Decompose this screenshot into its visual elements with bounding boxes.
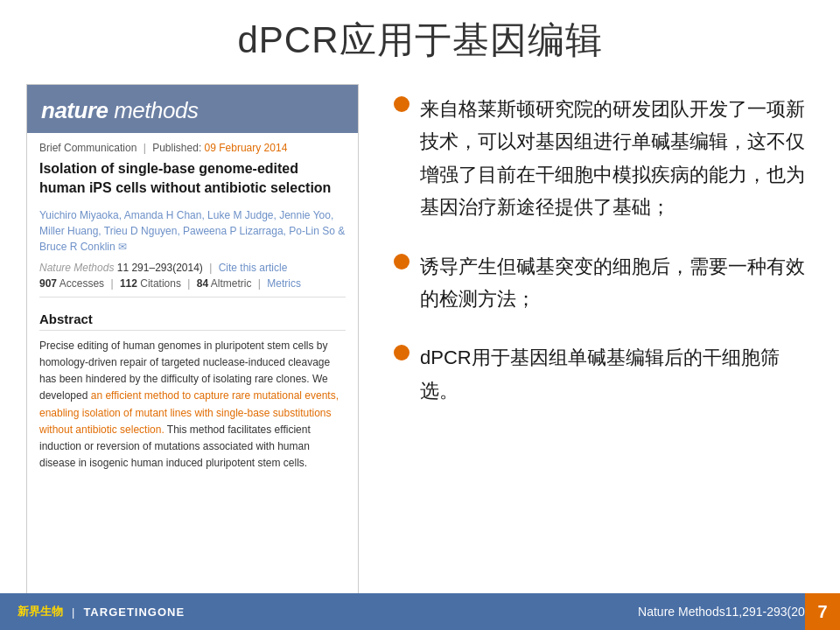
methods-text: methods bbox=[108, 97, 198, 123]
bullet-item-3: dPCR用于基因组单碱基编辑后的干细胞筛选。 bbox=[394, 341, 814, 407]
bullet-item-2: 诱导产生但碱基突变的细胞后，需要一种有效的检测方法； bbox=[394, 250, 814, 316]
bullet-text-3: dPCR用于基因组单碱基编辑后的干细胞筛选。 bbox=[420, 341, 814, 407]
targeting-text: TargetingOne bbox=[83, 606, 185, 619]
article-type: Brief Communication bbox=[39, 142, 136, 154]
main-content: nature methods Brief Communication | Pub… bbox=[0, 75, 840, 618]
authors: Yuichiro Miyaoka, Amanda H Chan, Luke M … bbox=[39, 207, 346, 255]
logo-text: 新界生物 bbox=[18, 604, 63, 620]
article-card: nature methods Brief Communication | Pub… bbox=[26, 84, 359, 609]
published-label: Published: bbox=[152, 142, 201, 154]
bullet-dot-3 bbox=[394, 345, 410, 360]
accesses-label: Accesses bbox=[60, 277, 104, 290]
pages: 291–293(2014) bbox=[131, 262, 202, 274]
journal-header-text: nature methods bbox=[41, 97, 344, 124]
abstract-section: Abstract Precise editing of human genome… bbox=[39, 306, 346, 472]
citations-num: 112 bbox=[120, 277, 137, 290]
meta-separator: | bbox=[144, 142, 146, 154]
bullet-dot-1 bbox=[394, 96, 410, 112]
citations-label: Citations bbox=[140, 277, 181, 290]
bullet-item-1: 来自格莱斯顿研究院的研发团队开发了一项新技术，可以对基因组进行单碱基编辑，这不仅… bbox=[394, 93, 814, 224]
published-date: 09 February 2014 bbox=[205, 142, 288, 154]
metrics-bar: 907 Accesses | 112 Citations | 84 Altmet… bbox=[39, 277, 346, 298]
altmetric-label: Altmetric bbox=[211, 277, 252, 290]
page-title: dPCR应用于基因编辑 bbox=[0, 0, 840, 75]
volume: 11 bbox=[117, 262, 129, 274]
article-body: Brief Communication | Published: 09 Febr… bbox=[27, 133, 358, 480]
accesses-num: 907 bbox=[39, 277, 57, 290]
journal-name: Nature Methods bbox=[39, 262, 114, 274]
altmetric-num: 84 bbox=[197, 277, 208, 290]
footer-center-text: Nature Methods11,291-293(2014) bbox=[638, 605, 822, 619]
journal-header: nature methods bbox=[27, 85, 358, 133]
bottom-left: 新界生物 | TargetingOne bbox=[18, 604, 185, 620]
journal-ref: Nature Methods 11 291–293(2014) | Cite t… bbox=[39, 262, 346, 274]
nature-text: nature bbox=[41, 97, 108, 123]
bullet-dot-2 bbox=[394, 254, 410, 270]
bottom-bar: 新界生物 | TargetingOne Nature Methods11,291… bbox=[0, 593, 840, 630]
bullet-text-1: 来自格莱斯顿研究院的研发团队开发了一项新技术，可以对基因组进行单碱基编辑，这不仅… bbox=[420, 93, 814, 224]
cite-link[interactable]: Cite this article bbox=[219, 262, 288, 274]
abstract-title: Abstract bbox=[39, 312, 346, 331]
bullet-points-panel: 来自格莱斯顿研究院的研发团队开发了一项新技术，可以对基因组进行单碱基编辑，这不仅… bbox=[385, 84, 814, 609]
article-meta: Brief Communication | Published: 09 Febr… bbox=[39, 142, 346, 154]
footer-separator: | bbox=[72, 606, 74, 619]
article-title: Isolation of single-base genome-edited h… bbox=[39, 159, 346, 199]
metrics-label[interactable]: Metrics bbox=[267, 277, 301, 290]
abstract-text: Precise editing of human genomes in plur… bbox=[39, 338, 346, 472]
bullet-text-2: 诱导产生但碱基突变的细胞后，需要一种有效的检测方法； bbox=[420, 250, 814, 316]
page-number: 7 bbox=[805, 593, 840, 630]
